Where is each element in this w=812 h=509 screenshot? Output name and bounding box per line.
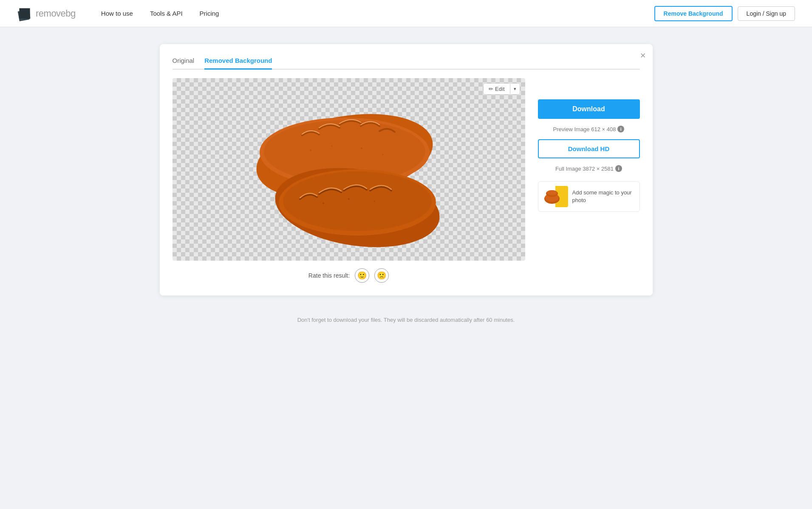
preview-info: Preview Image 612 × 408 i (538, 126, 640, 132)
header-actions: Remove Background Login / Sign up (654, 6, 795, 21)
svg-point-12 (382, 154, 383, 155)
logo-text: removebg (36, 8, 76, 19)
content-area: ✏ Edit ▾ Rate this result: 🙂 🙁 Download … (173, 78, 640, 283)
checker-background (173, 78, 525, 261)
edit-button-arrow[interactable]: ▾ (510, 84, 520, 94)
edit-button-label[interactable]: ✏ Edit (484, 84, 509, 94)
svg-point-11 (361, 147, 362, 149)
logo[interactable]: removebg (17, 6, 76, 21)
magic-promo[interactable]: Add some magic to your photo (538, 181, 640, 212)
footer-note: Don't forget to download your files. The… (160, 317, 653, 323)
thumbs-up-button[interactable]: 🙂 (355, 268, 369, 283)
download-hd-button[interactable]: Download HD (538, 139, 640, 158)
full-info-icon: i (615, 165, 622, 172)
nav-pricing[interactable]: Pricing (200, 10, 219, 17)
image-container: ✏ Edit ▾ (173, 78, 525, 261)
svg-point-8 (283, 172, 432, 231)
rate-label: Rate this result: (308, 272, 350, 279)
svg-point-14 (348, 198, 350, 200)
logo-icon (17, 6, 32, 21)
svg-point-13 (323, 202, 324, 204)
svg-rect-2 (19, 8, 30, 19)
sidebar: Download Preview Image 612 × 408 i Downl… (538, 78, 640, 212)
close-button[interactable]: × (640, 51, 646, 60)
magic-promo-text: Add some magic to your photo (572, 189, 635, 204)
main-content: × Original Removed Background (151, 44, 661, 323)
header-remove-bg-button[interactable]: Remove Background (654, 6, 733, 21)
preview-info-icon: i (617, 126, 624, 132)
svg-point-10 (331, 146, 332, 147)
nav-how-to-use[interactable]: How to use (101, 10, 133, 17)
tab-original[interactable]: Original (173, 57, 195, 70)
nav: How to use Tools & API Pricing (101, 10, 654, 17)
bread-image (226, 89, 472, 250)
tab-removed-background[interactable]: Removed Background (204, 57, 272, 70)
login-button[interactable]: Login / Sign up (738, 6, 795, 21)
download-button[interactable]: Download (538, 99, 640, 119)
rating-section: Rate this result: 🙂 🙁 (173, 268, 525, 283)
svg-point-9 (310, 149, 311, 151)
nav-tools-api[interactable]: Tools & API (150, 10, 183, 17)
tabs: Original Removed Background (173, 57, 640, 70)
thumbs-down-button[interactable]: 🙁 (374, 268, 389, 283)
edit-button[interactable]: ✏ Edit ▾ (483, 83, 520, 95)
full-image-info: Full Image 3872 × 2581 i (538, 165, 640, 172)
header: removebg How to use Tools & API Pricing … (0, 0, 812, 27)
promo-thumbnail (543, 186, 568, 207)
svg-point-21 (547, 190, 557, 195)
image-section: ✏ Edit ▾ Rate this result: 🙂 🙁 (173, 78, 525, 283)
result-card: × Original Removed Background (160, 44, 653, 295)
svg-point-15 (373, 201, 375, 202)
